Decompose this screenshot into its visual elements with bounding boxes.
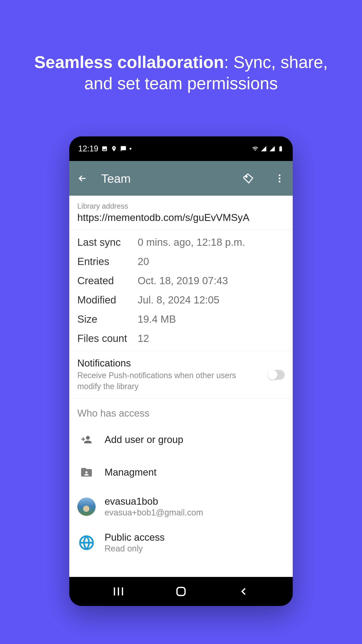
public-access-sub: Read only xyxy=(105,544,285,554)
public-access-title: Public access xyxy=(105,532,285,543)
add-person-icon xyxy=(79,434,94,445)
battery-icon xyxy=(278,146,284,152)
add-user-label: Add user or group xyxy=(105,434,285,445)
stat-row: Files count12 xyxy=(69,329,293,348)
add-user-button[interactable]: Add user or group xyxy=(69,423,293,456)
app-bar: Team xyxy=(69,161,293,196)
nav-bar xyxy=(69,577,293,606)
status-dot xyxy=(130,148,131,150)
image-icon xyxy=(101,146,108,152)
nav-home-button[interactable] xyxy=(175,586,187,598)
nav-recents-button[interactable] xyxy=(112,586,124,598)
svg-point-2 xyxy=(279,178,281,179)
tag-icon[interactable] xyxy=(243,173,254,184)
svg-point-0 xyxy=(246,176,247,177)
wifi-icon xyxy=(252,146,258,152)
stats-list: Last sync0 mins. ago, 12:18 p.m. Entries… xyxy=(69,230,293,351)
svg-rect-5 xyxy=(177,588,185,596)
stat-row: Entries20 xyxy=(69,252,293,271)
notifications-sub: Receive Push-notifications when other us… xyxy=(77,370,261,392)
user-email: evasua+bob1@gmail.com xyxy=(105,508,285,518)
svg-point-3 xyxy=(279,181,281,182)
library-address-label: Library address xyxy=(77,202,285,210)
notifications-toggle[interactable] xyxy=(268,370,285,380)
user-row[interactable]: evasua1bob evasua+bob1@gmail.com xyxy=(69,488,293,524)
access-section-title: Who has access xyxy=(69,399,293,423)
page-title: Team xyxy=(101,172,222,185)
notifications-row[interactable]: Notifications Receive Push-notifications… xyxy=(69,351,293,399)
group-name: Managment xyxy=(105,467,285,478)
chat-icon xyxy=(120,146,126,152)
stat-row: Size19.4 MB xyxy=(69,310,293,329)
globe-icon xyxy=(79,535,94,550)
nav-back-button[interactable] xyxy=(238,586,250,598)
library-address-value: https://mementodb.com/s/guEvVMSyA xyxy=(77,212,285,224)
avatar xyxy=(77,498,96,516)
group-row[interactable]: Managment xyxy=(69,456,293,488)
more-menu-icon[interactable] xyxy=(274,173,285,184)
back-button[interactable] xyxy=(77,173,88,184)
stat-row: CreatedOct. 18, 2019 07:43 xyxy=(69,271,293,290)
status-bar: 12:19 xyxy=(69,136,293,161)
signal-icon xyxy=(261,146,267,152)
public-access-row[interactable]: Public access Read only xyxy=(69,524,293,560)
location-icon xyxy=(111,146,117,152)
stat-row: ModifiedJul. 8, 2024 12:05 xyxy=(69,290,293,310)
folder-person-icon xyxy=(78,466,94,479)
signal-icon-2 xyxy=(269,146,275,152)
status-time: 12:19 xyxy=(78,144,98,154)
user-name: evasua1bob xyxy=(105,496,285,507)
content-area: Library address https://mementodb.com/s/… xyxy=(69,196,293,577)
stat-row: Last sync0 mins. ago, 12:18 p.m. xyxy=(69,232,293,252)
notifications-title: Notifications xyxy=(77,358,261,369)
svg-point-1 xyxy=(279,174,281,176)
promo-headline: Seamless collaboration: Sync, share, and… xyxy=(0,0,362,94)
library-address-section[interactable]: Library address https://mementodb.com/s/… xyxy=(69,196,293,230)
phone-frame: 12:19 Team Library address https://memen… xyxy=(69,136,293,606)
